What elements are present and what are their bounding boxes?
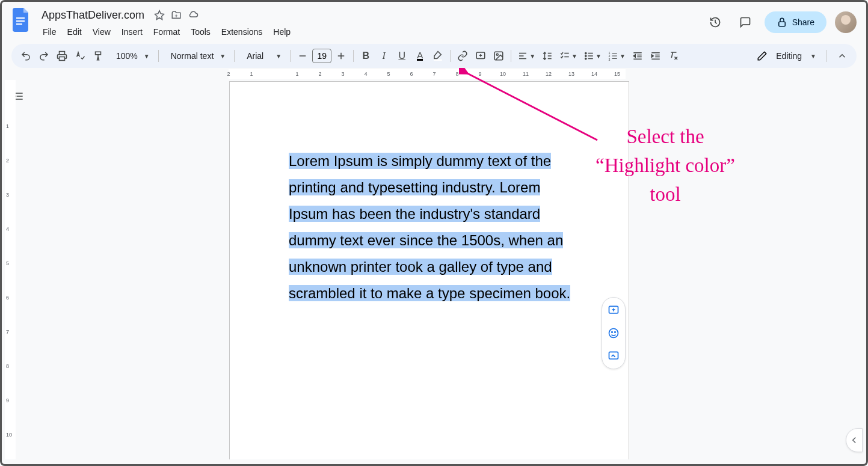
menu-bar: File Edit View Insert Format Tools Exten…	[38, 25, 704, 39]
menu-help[interactable]: Help	[268, 25, 295, 39]
comments-icon[interactable]	[734, 11, 756, 33]
underline-button[interactable]: U	[393, 48, 410, 64]
print-button[interactable]	[54, 48, 70, 64]
floating-comment-toolbar	[602, 297, 626, 369]
clear-format-button[interactable]	[665, 48, 682, 64]
svg-point-10	[496, 54, 498, 55]
zoom-select[interactable]: 100%▼	[108, 51, 155, 61]
menu-format[interactable]: Format	[149, 25, 185, 39]
spellcheck-button[interactable]	[72, 48, 88, 64]
increase-font-button[interactable]	[333, 48, 349, 64]
svg-point-20	[585, 55, 586, 57]
svg-rect-1	[16, 20, 25, 22]
decrease-font-button[interactable]	[294, 48, 311, 64]
cloud-icon[interactable]	[188, 10, 199, 20]
add-reaction-icon[interactable]	[605, 324, 623, 342]
svg-rect-2	[16, 23, 22, 25]
svg-rect-0	[16, 17, 25, 19]
editing-mode-select[interactable]: Editing ▼	[751, 51, 822, 61]
menu-tools[interactable]: Tools	[186, 25, 215, 39]
format-paint-button[interactable]	[90, 48, 106, 64]
font-size-input[interactable]: 19	[312, 49, 331, 63]
align-button[interactable]: ▼	[515, 48, 538, 64]
move-icon[interactable]	[171, 10, 182, 20]
add-comment-icon[interactable]	[605, 301, 623, 319]
menu-extensions[interactable]: Extensions	[217, 25, 267, 39]
highlight-color-button[interactable]	[429, 48, 446, 64]
text-color-button[interactable]: A	[411, 48, 428, 64]
share-button[interactable]: Share	[765, 11, 826, 33]
add-comment-button[interactable]	[472, 48, 489, 64]
menu-view[interactable]: View	[88, 25, 115, 39]
svg-rect-4	[60, 57, 65, 61]
document-body-text[interactable]: Lorem Ipsum is simply dummy text of the …	[289, 148, 571, 307]
toolbar: 100%▼ Normal text▼ Arial▼ 19 B I U A ▼ ▼…	[11, 44, 857, 68]
svg-point-21	[585, 58, 586, 59]
star-icon[interactable]	[154, 10, 165, 20]
history-icon[interactable]	[704, 11, 726, 33]
document-title[interactable]: AppsThatDeliver.com	[38, 8, 148, 23]
numbered-list-button[interactable]: 123▼	[605, 48, 628, 64]
paragraph-style-select[interactable]: Normal text▼	[162, 51, 230, 61]
insert-link-button[interactable]	[454, 48, 471, 64]
checklist-button[interactable]: ▼	[557, 48, 580, 64]
docs-logo[interactable]	[11, 7, 33, 33]
line-spacing-button[interactable]	[539, 48, 556, 64]
undo-button[interactable]	[17, 48, 34, 64]
horizontal-ruler[interactable]: 21123456789101112131415	[229, 69, 626, 79]
italic-button[interactable]: I	[375, 48, 392, 64]
font-select[interactable]: Arial▼	[238, 51, 286, 61]
increase-indent-button[interactable]	[647, 48, 664, 64]
vertical-ruler[interactable]: 1234567891011	[5, 80, 16, 459]
svg-rect-3	[778, 22, 785, 26]
svg-point-19	[585, 52, 586, 54]
insert-image-button[interactable]	[490, 48, 507, 64]
collapse-toolbar-button[interactable]	[834, 48, 851, 64]
document-page[interactable]: Lorem Ipsum is simply dummy text of the …	[229, 81, 629, 459]
redo-button[interactable]	[35, 48, 52, 64]
svg-point-44	[609, 329, 618, 338]
avatar[interactable]	[835, 11, 857, 33]
bold-button[interactable]: B	[357, 48, 374, 64]
svg-point-46	[615, 332, 616, 333]
share-label: Share	[792, 17, 814, 27]
menu-insert[interactable]: Insert	[117, 25, 147, 39]
decrease-indent-button[interactable]	[629, 48, 646, 64]
bullet-list-button[interactable]: ▼	[581, 48, 604, 64]
suggest-edits-icon[interactable]	[605, 347, 623, 365]
menu-edit[interactable]: Edit	[63, 25, 87, 39]
svg-text:3: 3	[608, 58, 610, 61]
menu-file[interactable]: File	[38, 25, 61, 39]
svg-point-45	[612, 332, 613, 333]
